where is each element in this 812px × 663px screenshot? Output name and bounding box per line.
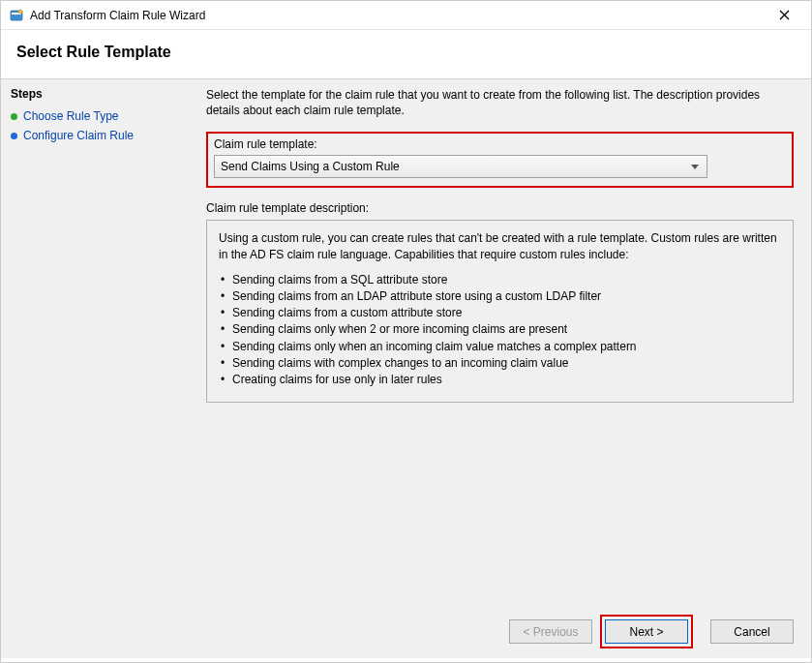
template-highlight: Claim rule template: Send Claims Using a… — [206, 132, 794, 188]
intro-text: Select the template for the claim rule t… — [206, 87, 794, 118]
list-item: Creating claims for use only in later ru… — [225, 372, 781, 387]
close-button[interactable] — [765, 2, 803, 29]
page-header: Select Rule Template — [1, 30, 811, 78]
step-choose-rule-type[interactable]: Choose Rule Type — [11, 106, 183, 126]
svg-point-2 — [18, 10, 22, 14]
step-done-icon — [11, 113, 17, 120]
list-item: Sending claims from a custom attribute s… — [225, 305, 781, 320]
step-configure-claim-rule[interactable]: Configure Claim Rule — [11, 126, 183, 145]
template-select-wrap: Send Claims Using a Custom Rule — [214, 155, 707, 178]
page-title: Select Rule Template — [16, 44, 796, 61]
step-label: Configure Claim Rule — [23, 129, 134, 142]
close-icon — [779, 10, 790, 20]
steps-sidebar: Steps Choose Rule Type Configure Claim R… — [1, 79, 193, 658]
description-intro: Using a custom rule, you can create rule… — [219, 230, 781, 261]
list-item: Sending claims from an LDAP attribute st… — [225, 288, 781, 304]
previous-button: < Previous — [509, 619, 592, 644]
claim-rule-template-select[interactable]: Send Claims Using a Custom Rule — [214, 155, 707, 178]
wizard-icon — [9, 8, 24, 23]
steps-heading: Steps — [11, 87, 183, 101]
window-title: Add Transform Claim Rule Wizard — [30, 9, 765, 22]
content-panel: Select the template for the claim rule t… — [193, 79, 811, 658]
step-current-icon — [11, 133, 17, 139]
description-label: Claim rule template description: — [206, 201, 794, 215]
template-selected-value: Send Claims Using a Custom Rule — [221, 160, 400, 173]
list-item: Sending claims only when an incoming cla… — [225, 339, 781, 354]
footer-buttons: < Previous Next > Cancel — [509, 615, 794, 648]
next-highlight: Next > — [600, 615, 693, 648]
description-box: Using a custom rule, you can create rule… — [206, 220, 794, 403]
list-item: Sending claims from a SQL attribute stor… — [225, 272, 781, 287]
list-item: Sending claims only when 2 or more incom… — [225, 321, 781, 337]
next-button[interactable]: Next > — [605, 619, 688, 644]
cancel-wrap: Cancel — [710, 619, 794, 644]
template-label: Claim rule template: — [214, 137, 786, 151]
cancel-button[interactable]: Cancel — [710, 619, 794, 644]
description-list: Sending claims from a SQL attribute stor… — [219, 272, 781, 387]
main-area: Steps Choose Rule Type Configure Claim R… — [1, 78, 811, 658]
list-item: Sending claims with complex changes to a… — [225, 355, 781, 371]
step-label: Choose Rule Type — [23, 109, 119, 123]
titlebar: Add Transform Claim Rule Wizard — [1, 1, 811, 30]
